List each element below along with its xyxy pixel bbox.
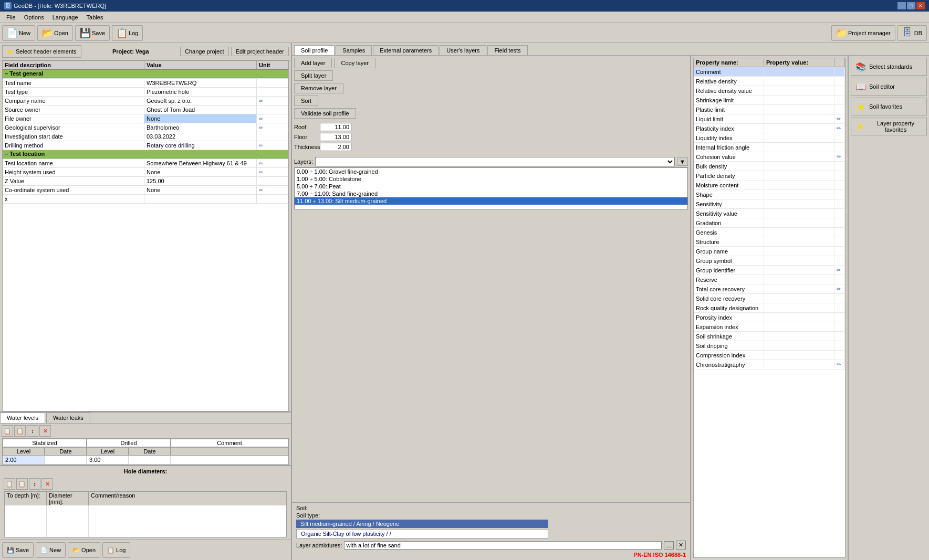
select-header-elements-button[interactable]: ★ Select header elements xyxy=(2,45,81,58)
list-item[interactable]: 1.00 ÷ 5.00: Cobblestone xyxy=(295,175,687,183)
edit-location-icon[interactable]: ✏ xyxy=(259,161,263,166)
prop-value-sensitivity[interactable] xyxy=(764,199,834,208)
edit-pi-icon[interactable]: ✏ xyxy=(837,125,841,131)
water-delete-button[interactable]: ✕ xyxy=(39,425,51,437)
thickness-input[interactable] xyxy=(320,143,351,151)
prop-value-rd-value[interactable] xyxy=(764,86,834,95)
prop-value-soil-shrinkage[interactable] xyxy=(764,332,834,341)
minimize-button[interactable]: ─ xyxy=(897,2,906,9)
floor-input[interactable] xyxy=(320,133,351,141)
menu-tables[interactable]: Tables xyxy=(82,13,108,22)
edit-geo-icon[interactable]: ✏ xyxy=(259,125,263,131)
prop-value-sensitivity-value[interactable] xyxy=(764,209,834,218)
prop-edit-liquid[interactable]: ✏ xyxy=(834,114,845,123)
open-button[interactable]: 📂 Open xyxy=(37,25,73,41)
project-manager-button[interactable]: 📁 Project manager xyxy=(831,25,895,41)
soil-editor-button[interactable]: 📖 Soil editor xyxy=(851,78,927,96)
roof-input[interactable] xyxy=(320,123,351,131)
tab-water-leaks[interactable]: Water leaks xyxy=(46,413,90,423)
prop-value-plasticity-index[interactable] xyxy=(764,124,834,133)
prop-value-comment[interactable] xyxy=(764,67,834,76)
admixture-select-btn[interactable]: ... xyxy=(664,541,674,550)
tab-field-tests[interactable]: Field tests xyxy=(487,45,527,55)
admixture-input[interactable] xyxy=(344,541,661,550)
prop-edit-cohesion[interactable]: ✏ xyxy=(834,152,845,161)
prop-edit-total-core[interactable]: ✏ xyxy=(834,284,845,293)
tab-external-parameters[interactable]: External parameters xyxy=(373,45,439,55)
water-move-button[interactable]: ↕ xyxy=(27,425,38,437)
prop-value-particle-density[interactable] xyxy=(764,171,834,180)
edit-liquid-icon[interactable]: ✏ xyxy=(837,116,841,122)
tab-soil-profile[interactable]: Soil profile xyxy=(294,45,335,55)
prop-value-group-id[interactable] xyxy=(764,266,834,274)
prop-value-friction[interactable] xyxy=(764,143,834,152)
validate-button[interactable]: Validate soil profile xyxy=(294,108,356,119)
menu-language[interactable]: Language xyxy=(48,13,82,22)
db-button[interactable]: 🗄 DB xyxy=(897,25,927,41)
layers-dropdown[interactable] xyxy=(315,157,675,166)
new-button[interactable]: 📄 New xyxy=(2,25,35,41)
prop-value-plastic[interactable] xyxy=(764,105,834,114)
layers-dropdown-btn[interactable]: ▼ xyxy=(677,157,688,166)
admixture-clear-btn[interactable]: ✕ xyxy=(676,541,686,550)
hole-add-button[interactable]: 📋 xyxy=(4,478,15,490)
menu-options[interactable]: Options xyxy=(20,13,48,22)
add-layer-button[interactable]: Add layer xyxy=(294,58,332,68)
split-layer-button[interactable]: Split layer xyxy=(294,70,333,81)
edit-tc-icon[interactable]: ✏ xyxy=(837,286,841,292)
prop-value-group-name[interactable] xyxy=(764,247,834,256)
prop-edit-chrono[interactable]: ✏ xyxy=(834,360,845,369)
stab-level-value[interactable]: 2.00 xyxy=(3,456,45,464)
list-item[interactable]: 7.00 ÷ 11.00: Sand fine-grained xyxy=(295,190,687,197)
prop-value-porosity[interactable] xyxy=(764,313,834,322)
water-add2-button[interactable]: 📋 xyxy=(14,425,26,437)
comment-value[interactable] xyxy=(171,456,288,464)
edit-height-icon[interactable]: ✏ xyxy=(259,170,263,175)
hole-move-button[interactable]: ↕ xyxy=(29,478,40,490)
edit-drilling-icon[interactable]: ✏ xyxy=(259,143,263,149)
tab-samples[interactable]: Samples xyxy=(336,45,372,55)
prop-value-relative-density[interactable] xyxy=(764,77,834,86)
tab-users-layers[interactable]: User's layers xyxy=(440,45,486,55)
sort-button[interactable]: Sort xyxy=(294,96,318,106)
prop-value-shape[interactable] xyxy=(764,190,834,199)
copy-layer-button[interactable]: Copy layer xyxy=(334,58,375,68)
bottom-new-button[interactable]: 📄 New xyxy=(36,542,66,558)
menu-file[interactable]: File xyxy=(2,13,20,22)
bottom-log-button[interactable]: 📋 Log xyxy=(102,542,130,558)
edit-coord-icon[interactable]: ✏ xyxy=(259,187,263,193)
prop-value-chrono[interactable] xyxy=(764,360,834,369)
list-item[interactable]: 5.00 ÷ 7.00: Peat xyxy=(295,183,687,190)
drill-level-value[interactable]: 3.00 xyxy=(87,456,129,464)
prop-value-total-core[interactable] xyxy=(764,284,834,293)
prop-value-soil-dripping[interactable] xyxy=(764,341,834,350)
prop-value-expansion[interactable] xyxy=(764,322,834,331)
edit-cohesion-icon[interactable]: ✏ xyxy=(837,154,841,160)
prop-value-bulk-density[interactable] xyxy=(764,162,834,171)
edit-file-owner-icon[interactable]: ✏ xyxy=(259,116,263,122)
prop-value-liquidity-index[interactable] xyxy=(764,133,834,142)
hole-delete-button[interactable]: ✕ xyxy=(41,478,53,490)
list-item-selected[interactable]: 11.00 ÷ 13.00: Silt medium-grained xyxy=(295,197,687,205)
prop-value-solid-core[interactable] xyxy=(764,294,834,303)
stab-date-value[interactable] xyxy=(45,456,87,464)
water-add-button[interactable]: 📋 xyxy=(2,425,13,437)
prop-edit-group-id[interactable]: ✏ xyxy=(834,266,845,274)
edit-project-header-button[interactable]: Edit project header xyxy=(231,47,289,56)
bottom-save-button[interactable]: 💾 Save xyxy=(2,542,34,558)
prop-value-genesis[interactable] xyxy=(764,228,834,237)
prop-value-gradation[interactable] xyxy=(764,218,834,227)
prop-value-rock-quality[interactable] xyxy=(764,303,834,312)
prop-value-shrinkage[interactable] xyxy=(764,96,834,104)
hole-add2-button[interactable]: 📋 xyxy=(16,478,28,490)
prop-value-liquid[interactable] xyxy=(764,114,834,123)
prop-value-group-symbol[interactable] xyxy=(764,256,834,265)
edit-company-icon[interactable]: ✏ xyxy=(259,98,263,104)
save-button[interactable]: 💾 Save xyxy=(75,25,110,41)
prop-value-structure[interactable] xyxy=(764,237,834,246)
prop-edit-plasticity-index[interactable]: ✏ xyxy=(834,124,845,133)
close-button[interactable]: ✕ xyxy=(916,2,925,9)
tab-water-levels[interactable]: Water levels xyxy=(0,413,45,423)
prop-value-cohesion[interactable] xyxy=(764,152,834,161)
prop-value-compression[interactable] xyxy=(764,351,834,360)
